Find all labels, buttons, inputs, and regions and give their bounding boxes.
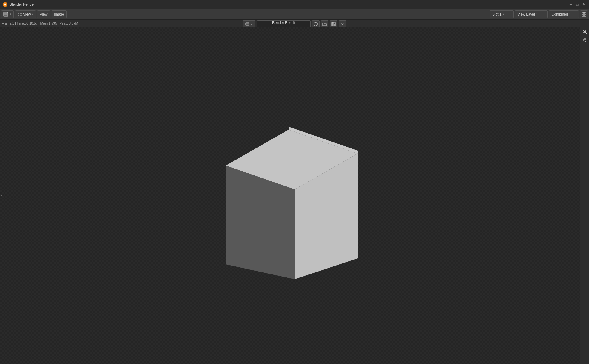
layout-icon: [582, 12, 586, 17]
slot1-chevron: ▾: [503, 13, 504, 16]
view-layer-dropdown[interactable]: View Layer ▾: [515, 10, 548, 18]
svg-rect-21: [582, 15, 584, 16]
status-text: Frame:1 | Time:00:10.57 | Mem:1.53M, Pea…: [2, 22, 78, 25]
menu-bar: ▼ View ▾ View Image: [0, 9, 589, 20]
svg-rect-18: [332, 24, 335, 26]
view-menu2-label: View: [40, 12, 48, 16]
title-bar: Blender Render ─ □ ✕: [0, 0, 589, 9]
view-layer-label: View Layer: [517, 12, 535, 16]
svg-rect-10: [20, 13, 22, 14]
minimize-button[interactable]: ─: [568, 2, 573, 7]
left-edge-toggle[interactable]: ›: [0, 192, 3, 199]
image-editor-icon: [3, 12, 8, 17]
view-menu-button[interactable]: View: [37, 10, 50, 18]
menu-left: ▼ View ▾ View Image: [1, 10, 489, 18]
right-controls: Slot 1 ▾ View Layer ▾ Combined ▾: [490, 10, 588, 18]
combined-dropdown[interactable]: Combined ▾: [549, 10, 579, 18]
shield-icon: [314, 22, 318, 26]
combined-chevron: ▾: [569, 13, 570, 16]
render-name-text: Render Result: [272, 21, 295, 25]
view1-chevron: ▾: [32, 13, 33, 16]
zoom-icon: [582, 29, 587, 34]
maximize-button[interactable]: □: [575, 2, 580, 7]
svg-line-28: [585, 32, 587, 34]
zoom-tool-button[interactable]: [581, 28, 588, 35]
view-icon-button[interactable]: View ▾: [15, 10, 36, 18]
svg-rect-8: [4, 15, 7, 16]
svg-rect-7: [4, 13, 7, 15]
view-icon: [18, 12, 22, 16]
close-button[interactable]: ✕: [581, 2, 587, 7]
svg-rect-11: [18, 15, 19, 16]
combined-label: Combined: [552, 12, 568, 16]
hand-tool-button[interactable]: [581, 37, 588, 44]
slot1-dropdown[interactable]: Slot 1 ▾: [490, 10, 514, 18]
svg-rect-9: [18, 13, 19, 14]
svg-rect-12: [20, 15, 22, 16]
svg-rect-20: [584, 12, 586, 14]
render-canvas: [0, 27, 589, 364]
editor-type-chevron: ▼: [9, 13, 12, 16]
window-controls: ─ □ ✕: [568, 2, 587, 7]
side-tools-panel: [580, 27, 589, 364]
render-slot-chevron: ▼: [251, 23, 253, 26]
image-menu-button[interactable]: Image: [52, 10, 67, 18]
slot1-label: Slot 1: [492, 12, 502, 16]
image-menu-label: Image: [54, 12, 64, 16]
blender-logo-icon: [2, 2, 8, 7]
svg-rect-22: [584, 15, 586, 16]
viewport[interactable]: ›: [0, 27, 589, 364]
svg-rect-15: [246, 24, 249, 25]
layout-button[interactable]: [580, 10, 588, 18]
render-type-icon: [245, 22, 249, 26]
hand-icon: [582, 38, 587, 43]
app-title: Blender Render: [10, 2, 568, 7]
save-icon: [331, 22, 336, 26]
folder-icon: [322, 22, 327, 26]
editor-type-button[interactable]: ▼: [1, 10, 14, 18]
rendered-cube: [217, 112, 373, 279]
close-x-label: ✕: [341, 22, 344, 27]
svg-rect-19: [582, 12, 584, 14]
view-menu1-label: View: [23, 12, 31, 16]
view-layer-chevron: ▾: [536, 13, 537, 16]
